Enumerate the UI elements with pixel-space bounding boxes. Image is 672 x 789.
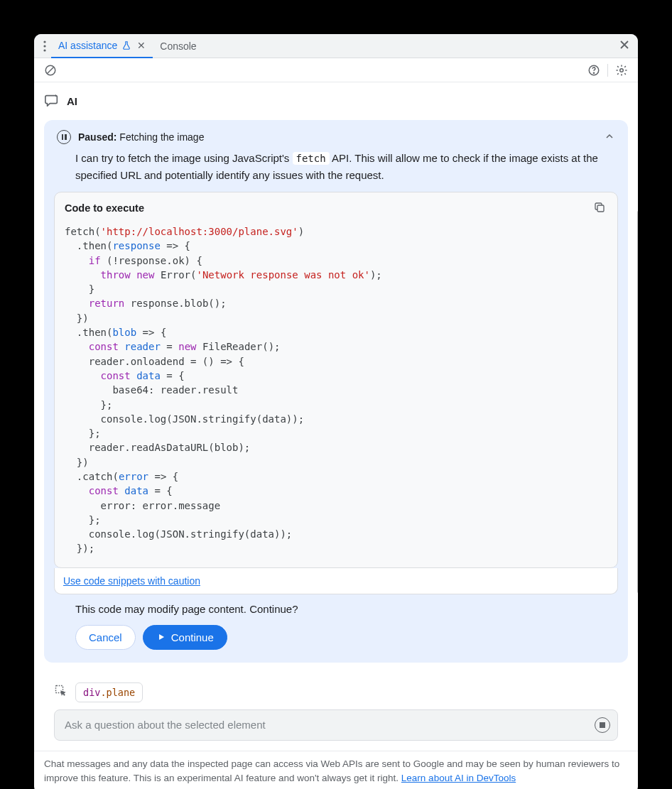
element-picker-icon[interactable] (54, 684, 68, 700)
flask-icon (121, 40, 131, 50)
paused-title: Paused: Fetching the image (78, 131, 204, 143)
code-title: Code to execute (65, 202, 144, 214)
close-tab-icon[interactable]: ✕ (137, 40, 146, 51)
selector-row: div.plane (44, 663, 628, 709)
tab-bar: AI assistance ✕ Console (34, 34, 638, 58)
gear-icon[interactable] (612, 61, 631, 80)
card-description: I can try to fetch the image using JavaS… (44, 150, 628, 192)
svg-point-0 (43, 40, 45, 43)
stop-icon[interactable] (595, 717, 610, 733)
card-header: Paused: Fetching the image (44, 120, 628, 150)
button-row: Cancel Continue (44, 618, 628, 663)
inline-code: fetch (293, 152, 330, 165)
prompt-input-row (54, 709, 618, 741)
tab-label: Console (160, 40, 196, 52)
toolbar (34, 58, 638, 82)
learn-link[interactable]: Learn about AI in DevTools (401, 773, 516, 783)
code-content: fetch('http://localhost:3000/plane.svg')… (55, 224, 617, 567)
content-area: AI Paused: Fetching the image I can try … (34, 82, 638, 751)
svg-point-1 (43, 45, 45, 47)
svg-point-5 (593, 72, 594, 73)
svg-point-2 (43, 49, 45, 51)
caution-bar: Use code snippets with caution (54, 568, 618, 594)
scrollbar[interactable] (637, 210, 638, 594)
prompt-input[interactable] (63, 718, 595, 731)
footer-disclaimer: Chat messages and any data the inspected… (34, 751, 638, 789)
play-icon (156, 632, 166, 642)
copy-icon[interactable] (592, 200, 607, 217)
ai-label: AI (67, 95, 77, 107)
selected-element-chip[interactable]: div.plane (75, 682, 143, 702)
tab-ai-assistance[interactable]: AI assistance ✕ (51, 34, 153, 58)
devtools-panel: AI assistance ✕ Console AI (34, 34, 638, 789)
paused-card: Paused: Fetching the image I can try to … (44, 120, 628, 663)
clear-icon[interactable] (41, 61, 60, 80)
caution-link[interactable]: Use code snippets with caution (63, 575, 200, 587)
confirm-text: This code may modify page content. Conti… (44, 594, 628, 618)
svg-rect-7 (597, 205, 604, 212)
pause-icon (57, 130, 71, 144)
tab-console[interactable]: Console (153, 34, 203, 58)
close-panel-icon[interactable] (615, 37, 634, 55)
svg-point-6 (620, 68, 624, 72)
tab-label: AI assistance (58, 40, 117, 51)
more-menu-icon[interactable] (38, 38, 51, 55)
chevron-up-icon[interactable] (604, 131, 615, 144)
help-icon[interactable] (585, 61, 603, 80)
code-box: Code to execute fetch('http://localhost:… (54, 192, 618, 568)
cancel-button[interactable]: Cancel (75, 625, 136, 650)
ai-header: AI (44, 92, 628, 110)
chat-sparkle-icon (44, 92, 60, 110)
continue-button[interactable]: Continue (143, 625, 227, 650)
